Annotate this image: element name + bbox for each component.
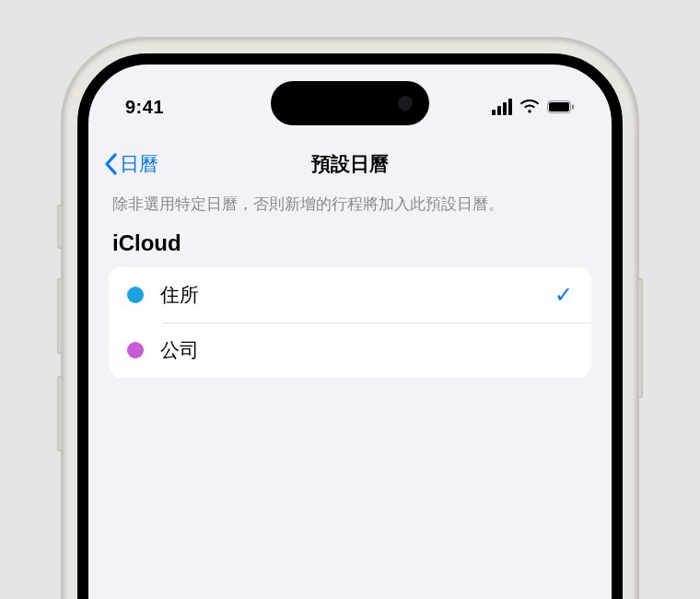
chevron-left-icon [103,153,118,175]
back-label: 日曆 [120,151,158,177]
section-header: iCloud [109,230,591,256]
power-button [637,278,643,398]
svg-rect-1 [549,102,569,112]
description-text: 除非選用特定日曆，否則新增的行程將加入此預設日曆。 [109,194,591,216]
svg-rect-2 [572,105,574,110]
calendar-row-work[interactable]: 公司 [109,323,591,378]
nav-bar: 日曆 預設日曆 [88,142,612,186]
status-time: 9:41 [125,82,164,118]
calendar-label: 公司 [160,337,556,363]
status-icons [492,84,575,115]
volume-down-button [57,376,63,452]
wifi-icon [519,100,540,114]
cellular-icon [492,99,512,115]
page-title: 預設日曆 [88,151,612,177]
side-button [57,205,63,249]
calendar-row-home[interactable]: 住所 ✓ [109,267,591,323]
phone-frame: 9:41 日曆 預設日曆 除 [63,39,637,599]
back-button[interactable]: 日曆 [103,151,158,177]
status-bar: 9:41 [88,65,612,135]
content: 除非選用特定日曆，否則新增的行程將加入此預設日曆。 iCloud 住所 ✓ 公司 [88,194,612,378]
volume-up-button [57,278,63,354]
calendar-color-dot [127,287,144,303]
checkmark-icon: ✓ [554,282,573,308]
calendar-list: 住所 ✓ 公司 [109,267,591,378]
calendar-color-dot [127,342,144,358]
battery-icon [547,100,575,113]
screen: 9:41 日曆 預設日曆 除 [77,53,623,599]
calendar-label: 住所 [160,282,538,308]
